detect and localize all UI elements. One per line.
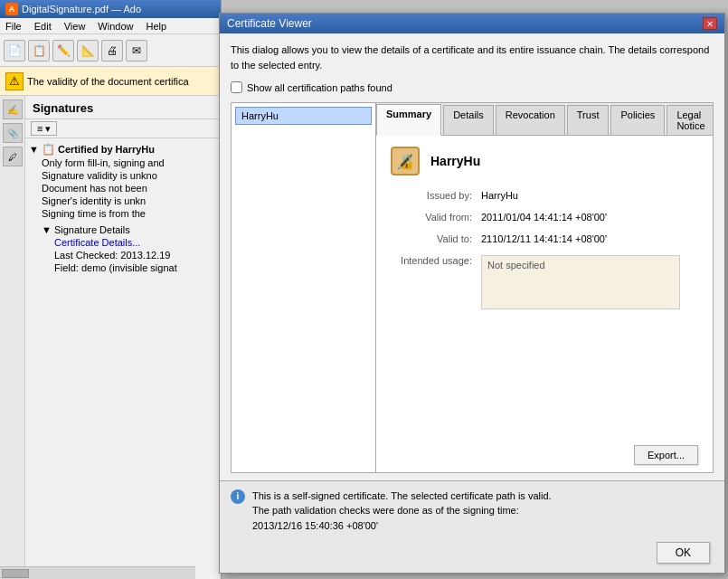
warning-text: The validity of the document certifica bbox=[27, 76, 189, 87]
list-item: Signer's identity is unkn bbox=[42, 195, 217, 207]
toolbar-btn-1[interactable]: 📄 bbox=[4, 40, 25, 62]
footer-text: This is a self-signed certificate. The s… bbox=[252, 489, 552, 534]
dialog-main: HarryHu Summary Details Revocation Trust… bbox=[231, 102, 714, 473]
menu-file[interactable]: File bbox=[4, 21, 24, 32]
app-title: DigitalSignature.pdf — Ado bbox=[22, 4, 141, 14]
dialog-description: This dialog allows you to view the detai… bbox=[231, 43, 714, 72]
list-item: Signing time is from the bbox=[42, 207, 217, 220]
menu-help[interactable]: Help bbox=[144, 21, 168, 32]
side-icons: ✍ 📎 🖊 bbox=[0, 96, 25, 579]
warning-icon: ⚠ bbox=[5, 72, 24, 90]
app-window: A DigitalSignature.pdf — Ado File Edit V… bbox=[0, 0, 222, 579]
footer-line3: 2013/12/16 15:40:36 +08'00' bbox=[252, 520, 378, 531]
side-icon-paper[interactable]: 📎 bbox=[3, 123, 23, 143]
footer-line1: This is a self-signed certificate. The s… bbox=[252, 490, 552, 501]
cert-list-item[interactable]: HarryHu bbox=[235, 107, 372, 125]
toolbar-btn-6[interactable]: ✉ bbox=[126, 40, 147, 62]
horizontal-scrollbar[interactable] bbox=[0, 566, 195, 579]
certificate-details-link[interactable]: Certificate Details... bbox=[54, 236, 217, 249]
toolbar-btn-2[interactable]: 📋 bbox=[28, 40, 50, 62]
app-icon: A bbox=[5, 3, 18, 15]
dialog-footer: i This is a self-signed certificate. The… bbox=[220, 480, 724, 574]
cert-icon: 🔏 bbox=[391, 147, 420, 176]
list-item: Last Checked: 2013.12.19 bbox=[54, 249, 217, 261]
side-icon-edit[interactable]: 🖊 bbox=[3, 147, 23, 166]
ok-button[interactable]: OK bbox=[657, 542, 710, 564]
list-item: Document has not been bbox=[42, 182, 217, 195]
cert-list: HarryHu bbox=[232, 103, 376, 472]
info-circle-icon: i bbox=[231, 489, 245, 504]
export-button[interactable]: Export... bbox=[634, 445, 698, 465]
certificate-viewer-dialog[interactable]: Certificate Viewer ✕ This dialog allows … bbox=[219, 13, 725, 574]
checkbox-label: Show all certification paths found bbox=[247, 82, 392, 93]
signatures-panel: Signatures ≡ ▾ ▼ 📋 Certified by HarryHu … bbox=[25, 96, 221, 579]
app-menubar: File Edit View Window Help bbox=[0, 18, 221, 34]
sig-toolbar: ≡ ▾ bbox=[25, 119, 221, 138]
sig-options-btn[interactable]: ≡ ▾ bbox=[31, 121, 57, 136]
valid-from-label: Valid from: bbox=[391, 212, 472, 223]
valid-to-value: 2110/12/11 14:41:14 +08'00' bbox=[481, 233, 607, 244]
tab-summary[interactable]: Summary bbox=[376, 104, 441, 136]
show-all-paths-checkbox[interactable] bbox=[231, 81, 242, 93]
toolbar-btn-5[interactable]: 🖨 bbox=[101, 40, 123, 62]
checkbox-row: Show all certification paths found bbox=[231, 81, 714, 93]
tab-legal-notice[interactable]: Legal Notice bbox=[667, 105, 713, 135]
intended-usage-box: Not specified bbox=[481, 255, 680, 309]
export-row: Export... bbox=[376, 438, 713, 472]
sig-tree-root: Certified by HarryHu bbox=[58, 144, 155, 155]
menu-window[interactable]: Window bbox=[96, 21, 135, 32]
dialog-titlebar: Certificate Viewer ✕ bbox=[220, 14, 724, 33]
scroll-thumb[interactable] bbox=[2, 569, 29, 578]
issued-by-value: HarryHu bbox=[481, 190, 518, 201]
valid-to-row: Valid to: 2110/12/11 14:41:14 +08'00' bbox=[391, 233, 698, 244]
side-icon-sig[interactable]: ✍ bbox=[3, 100, 23, 119]
menu-view[interactable]: View bbox=[62, 21, 88, 32]
valid-to-label: Valid to: bbox=[391, 233, 472, 244]
footer-line2: The path validation checks were done as … bbox=[252, 505, 519, 516]
valid-from-row: Valid from: 2011/01/04 14:41:14 +08'00' bbox=[391, 212, 698, 223]
ok-row: OK bbox=[231, 538, 714, 565]
tab-policies[interactable]: Policies bbox=[610, 105, 665, 135]
list-item: Only form fill-in, signing and bbox=[42, 157, 217, 169]
list-item: ▼ Signature Details bbox=[42, 223, 217, 236]
intended-usage-row: Intended usage: Not specified bbox=[391, 255, 698, 309]
valid-from-value: 2011/01/04 14:41:14 +08'00' bbox=[481, 212, 607, 223]
list-item: Field: demo (invisible signat bbox=[54, 261, 217, 274]
sig-tree: ▼ 📋 Certified by HarryHu Only form fill-… bbox=[25, 138, 221, 278]
tab-trust[interactable]: Trust bbox=[567, 105, 610, 135]
signatures-title: Signatures bbox=[25, 96, 221, 119]
intended-usage-label: Intended usage: bbox=[391, 255, 472, 309]
left-panel: ✍ 📎 🖊 Signatures ≡ ▾ ▼ 📋 Certified by Ha… bbox=[0, 96, 221, 579]
dialog-body: This dialog allows you to view the detai… bbox=[220, 33, 724, 480]
sig-tree-items: Only form fill-in, signing and Signature… bbox=[29, 157, 217, 274]
toolbar-btn-3[interactable]: ✏️ bbox=[52, 40, 74, 62]
menu-edit[interactable]: Edit bbox=[33, 21, 53, 32]
app-titlebar: A DigitalSignature.pdf — Ado bbox=[0, 0, 221, 18]
list-item: Signature validity is unkno bbox=[42, 169, 217, 182]
issued-by-label: Issued by: bbox=[391, 190, 472, 201]
warning-bar: ⚠ The validity of the document certifica bbox=[0, 67, 221, 96]
cert-header: 🔏 HarryHu bbox=[391, 147, 698, 176]
cert-details: Summary Details Revocation Trust Policie… bbox=[376, 103, 713, 472]
cert-name: HarryHu bbox=[430, 154, 480, 168]
dialog-title: Certificate Viewer bbox=[227, 17, 312, 30]
sig-tree-expand: ▼ 📋 Certified by HarryHu bbox=[29, 142, 217, 157]
tab-content-summary: 🔏 HarryHu Issued by: HarryHu Valid from:… bbox=[376, 136, 713, 438]
dialog-close-button[interactable]: ✕ bbox=[703, 17, 717, 30]
tab-revocation[interactable]: Revocation bbox=[496, 105, 565, 135]
toolbar-btn-4[interactable]: 📐 bbox=[77, 40, 99, 62]
footer-info-row: i This is a self-signed certificate. The… bbox=[231, 489, 714, 534]
app-toolbar: 📄 📋 ✏️ 📐 🖨 ✉ bbox=[0, 34, 221, 67]
tab-details[interactable]: Details bbox=[443, 105, 494, 135]
issued-by-row: Issued by: HarryHu bbox=[391, 190, 698, 201]
tab-bar: Summary Details Revocation Trust Policie… bbox=[376, 103, 713, 136]
